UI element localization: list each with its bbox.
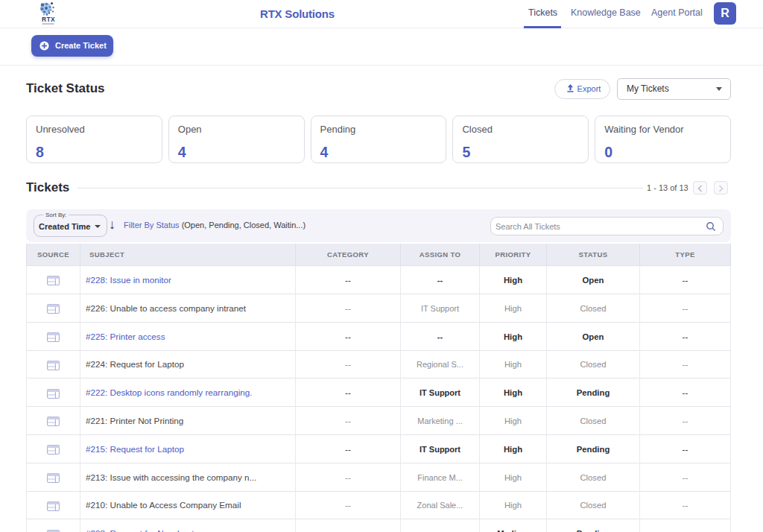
svg-text:RTX: RTX bbox=[42, 16, 55, 23]
